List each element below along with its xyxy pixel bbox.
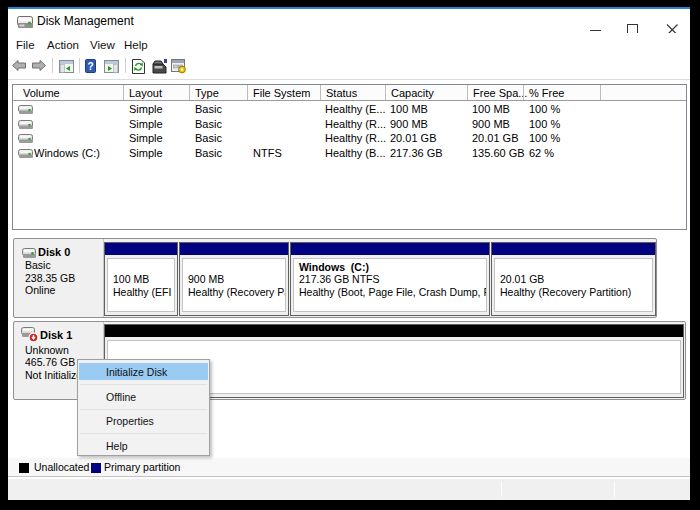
svg-text:?: ? [87, 61, 93, 72]
